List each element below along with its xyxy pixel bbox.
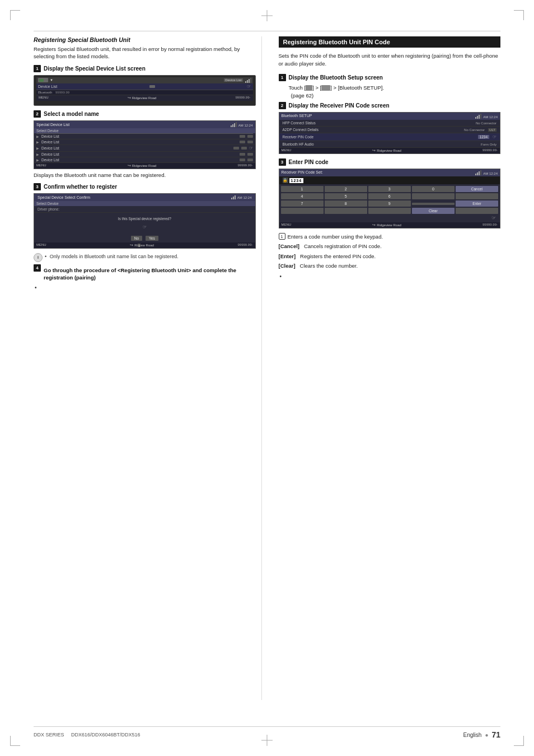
conf-header: Special Device Select Confirm AM 12:24 (34, 194, 255, 201)
main-content: Registering Special Bluetooth Unit Regis… (34, 36, 500, 700)
step-4-row: 4 Go through the procedure of <Registeri… (34, 264, 256, 282)
bts-header: Bluetooth SETUP AM 12:24 (279, 113, 500, 120)
footer-right: English ● 71 (463, 730, 500, 739)
pin-key-1[interactable]: 1 (281, 186, 324, 192)
note-icon: i (34, 253, 43, 262)
left-section-title: Registering Special Bluetooth Unit (34, 36, 256, 43)
sdl-item-5: ▶ Device List (34, 157, 255, 163)
pin-key-empty-4 (281, 208, 324, 214)
corner-mark-br (514, 736, 524, 746)
pin-key-enter[interactable]: Enter (456, 200, 498, 207)
step-3-num: 3 (34, 183, 41, 190)
note-content-1: Enters a code number using the keypad. (288, 233, 383, 240)
pin-key-8[interactable]: 8 (325, 200, 367, 207)
right-step-3-num: 3 (279, 158, 286, 166)
step-4-num: 4 (34, 264, 41, 272)
left-column: Registering Special Bluetooth Unit Regis… (34, 36, 262, 700)
right-column: Registering Bluetooth Unit PIN Code Sets… (273, 36, 501, 700)
conf-btn-yes: Yes (146, 236, 158, 241)
step-1-row: 1 Display the Special Device List screen (34, 65, 256, 72)
right-step-2-num: 2 (279, 102, 286, 109)
note-item-enter: [Enter] Registers the entered PIN code. (279, 253, 501, 260)
right-step-2-row: 2 Display the Receiver PIN Code screen (279, 102, 501, 109)
pin-key-clear[interactable]: Clear (412, 208, 455, 214)
pin-key-9[interactable]: 9 (368, 200, 411, 207)
right-step-1-num: 1 (279, 74, 286, 81)
note-num-1: 1 (279, 233, 285, 240)
pin-hand-icon: ☞ (281, 215, 499, 221)
pin-key-empty-7 (456, 208, 498, 214)
footer-bullet: ● (485, 732, 488, 738)
pin-key-3[interactable]: 3 (368, 186, 411, 192)
pin-key-5[interactable]: 5 (325, 193, 367, 199)
pin-key-cancel[interactable]: Cancel (456, 186, 498, 192)
left-section-desc: Registers Special Bluetooth unit, that r… (34, 45, 256, 60)
right-step-2-label: Display the Receiver PIN Code screen (289, 102, 390, 109)
pin-key-empty-6 (368, 208, 411, 214)
bts-row-1: HFP Connect Status No Connector (279, 120, 500, 127)
sdl-item-3: ▶ Device List ☞ (34, 145, 255, 152)
top-rule (34, 31, 500, 31)
pin-key-2[interactable]: 2 (325, 186, 367, 192)
note-content-clear: [Clear] Clears the code number. (279, 262, 358, 269)
note-item-1: 1 Enters a code number using the keypad. (279, 233, 501, 240)
footer-language: English (463, 732, 482, 738)
note-box: i • Only models in Bluetooth unit name l… (34, 253, 256, 262)
note-item-cancel: [Cancel] Cancels registration of PIN cod… (279, 242, 501, 250)
pin-key-6[interactable]: 6 (368, 193, 411, 199)
note-content-enter: [Enter] Registers the entered PIN code. (279, 253, 376, 260)
right-section-title: Registering Bluetooth Unit PIN Code (279, 36, 501, 48)
right-step-1-row: 1 Display the Bluetooth Setup screen (279, 74, 501, 81)
corner-mark-tl (10, 10, 20, 20)
right-step-3-label: Enter PIN code (289, 158, 329, 166)
conf-buttons: No Yes (34, 234, 255, 242)
pin-key-7[interactable]: 7 (281, 200, 324, 207)
pin-key-0[interactable]: 0 (412, 186, 455, 192)
step-1-num: 1 (34, 65, 41, 72)
bts-row-4: Bluetooth HF Audio Form Only (279, 141, 500, 148)
conf-body: Is this Special device registered? ☞ (34, 213, 255, 234)
note-text: • Only models in Bluetooth unit name lis… (45, 253, 179, 260)
screen-1-mock: ▼ Device List Device List (34, 75, 256, 106)
right-step-1-label: Display the Bluetooth Setup screen (289, 74, 383, 81)
bts-title: Bluetooth SETUP (282, 114, 312, 119)
note-item-clear: [Clear] Clears the code number. (279, 262, 501, 269)
pin-key-empty-2 (456, 193, 498, 199)
right-bullet-area: • (280, 273, 501, 279)
corner-mark-tr (514, 10, 524, 20)
step-2-row: 2 Select a model name (34, 110, 256, 118)
bts-row-3: Receiver PIN Code 1234 ☞ (279, 133, 500, 141)
sdl-header: Special Device List AM 12:24 (34, 121, 255, 128)
pin-display: 🔒 1234 (279, 176, 500, 184)
pin-header: Receiver PIN Code Set: AM 12:24 (279, 169, 500, 176)
center-top-mark (261, 10, 273, 21)
right-step-3-row: 3 Enter PIN code (279, 158, 501, 166)
screen-2-mock: Special Device List AM 12:24 Select Devi… (34, 120, 256, 169)
pin-value: 1234 (289, 178, 304, 183)
screen-3-mock: Special Device Select Confirm AM 12:24 S… (34, 193, 256, 249)
step-1-label: Display the Special Device List screen (44, 65, 146, 72)
page: Registering Special Bluetooth Unit Regis… (0, 0, 534, 756)
step-3-row: 3 Confirm whether to register (34, 183, 256, 190)
page-footer: DDX SERIES DDX616/DDX6046BT/DDX516 Engli… (34, 726, 500, 739)
pin-screen: Receiver PIN Code Set: AM 12:24 🔒 (279, 169, 501, 228)
pin-key-4[interactable]: 4 (281, 193, 324, 199)
pin-key-empty-3 (412, 203, 455, 205)
pin-header-title: Receiver PIN Code Set: (282, 170, 323, 175)
sdl-item-2: ▶ Device List (34, 139, 255, 145)
sdl-title: Special Device List (36, 123, 69, 127)
step-2-label: Select a model name (44, 110, 99, 118)
bt-setup-screen: Bluetooth SETUP AM 12:24 HFP Connect Sta… (279, 112, 501, 154)
pin-key-empty-5 (325, 208, 367, 214)
sdl-item-4: ▶ Device List (34, 152, 255, 157)
step-4-label: Go through the procedure of <Registering… (44, 267, 256, 282)
footer-series: DDX SERIES (34, 732, 64, 738)
corner-mark-bl (10, 736, 20, 746)
footer-left: DDX SERIES DDX616/DDX6046BT/DDX516 (34, 732, 140, 738)
footer-model: DDX616/DDX6046BT/DDX516 (71, 732, 140, 738)
step-4-bullet-area: • (35, 284, 256, 291)
step-2-subnote: Displays the Bluetooth unit name that ca… (34, 171, 256, 179)
pin-key-empty-1 (412, 193, 455, 199)
right-section-desc: Sets the PIN code of the Bluetooth unit … (279, 52, 501, 68)
note-content-cancel: [Cancel] Cancels registration of PIN cod… (279, 242, 382, 250)
